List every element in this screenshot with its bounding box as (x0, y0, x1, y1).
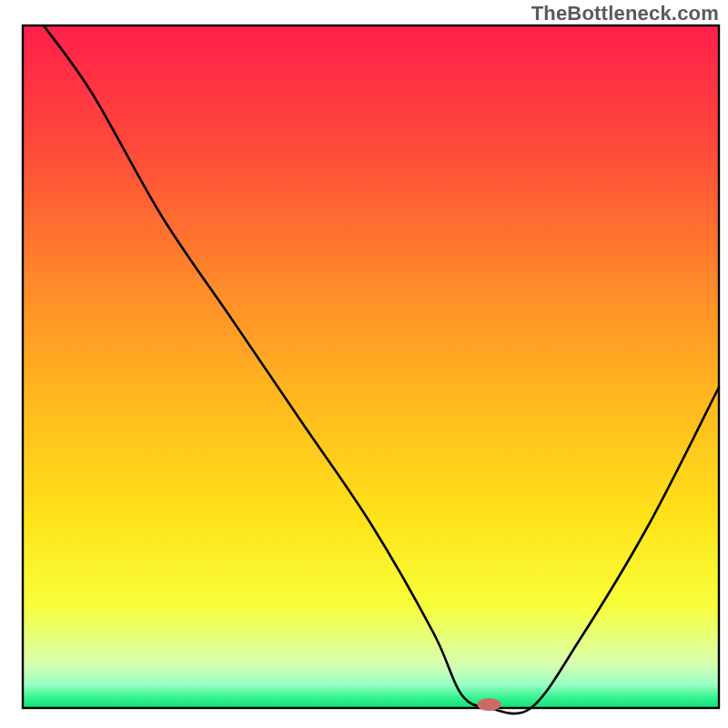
plot-area (23, 25, 719, 713)
bottleneck-chart (0, 0, 728, 728)
chart-stage: TheBottleneck.com (0, 0, 728, 728)
watermark-text: TheBottleneck.com (531, 2, 719, 25)
gradient-background (23, 25, 719, 708)
optimal-marker (478, 698, 501, 711)
